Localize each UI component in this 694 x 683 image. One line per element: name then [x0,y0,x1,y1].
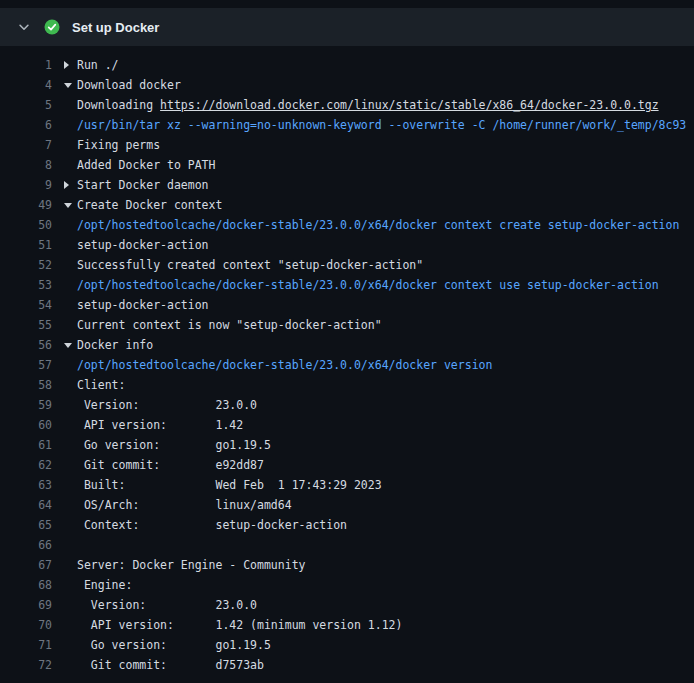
step-title: Set up Docker [72,20,159,35]
log-line-content: Download docker [52,75,694,95]
line-number[interactable]: 53 [0,275,52,295]
log-line: 71 Go version: go1.19.5 [0,635,694,655]
chevron-down-icon[interactable] [64,75,77,95]
chevron-right-icon[interactable] [64,175,77,195]
log-text: API version: 1.42 [77,418,243,432]
line-number[interactable]: 62 [0,455,52,475]
log-line-content: OS/Arch: linux/amd64 [52,495,694,515]
chevron-down-icon[interactable] [64,195,77,215]
line-number[interactable]: 1 [0,55,52,75]
log-line: 69 Version: 23.0.0 [0,595,694,615]
log-line-content: Added Docker to PATH [52,155,694,175]
log-line: 5Downloading https://download.docker.com… [0,95,694,115]
line-number[interactable]: 52 [0,255,52,275]
chevron-right-icon[interactable] [64,55,77,75]
log-line: 67Server: Docker Engine - Community [0,555,694,575]
line-number[interactable]: 49 [0,195,52,215]
log-line-content: Start Docker daemon [52,175,694,195]
line-number[interactable]: 50 [0,215,52,235]
log-group-line[interactable]: 9Start Docker daemon [0,175,694,195]
log-group-line[interactable]: 49Create Docker context [0,195,694,215]
log-line-content: Downloading https://download.docker.com/… [52,95,694,115]
line-number[interactable]: 60 [0,415,52,435]
log-group-line[interactable]: 1Run ./ [0,55,694,75]
log-line-content: Create Docker context [52,195,694,215]
log-text: Server: Docker Engine - Community [77,558,305,572]
chevron-down-icon[interactable] [64,335,77,355]
log-line-content: /opt/hostedtoolcache/docker-stable/23.0.… [52,355,694,375]
log-line: 7Fixing perms [0,135,694,155]
log-lines: 1Run ./4Download docker5Downloading http… [0,46,694,675]
line-number[interactable]: 71 [0,635,52,655]
log-text: Downloading [77,98,160,112]
line-number[interactable]: 58 [0,375,52,395]
log-line: 8Added Docker to PATH [0,155,694,175]
log-line: 6/usr/bin/tar xz --warning=no-unknown-ke… [0,115,694,135]
line-number[interactable]: 67 [0,555,52,575]
log-line-content: Version: 23.0.0 [52,395,694,415]
line-number[interactable]: 8 [0,155,52,175]
log-line-content: Version: 23.0.0 [52,595,694,615]
line-number[interactable]: 64 [0,495,52,515]
line-number[interactable]: 61 [0,435,52,455]
log-text: Git commit: e92dd87 [77,458,264,472]
log-line: 51setup-docker-action [0,235,694,255]
log-command-text: /usr/bin/tar xz --warning=no-unknown-key… [77,118,686,132]
log-line: 70 API version: 1.42 (minimum version 1.… [0,615,694,635]
log-text: Version: 23.0.0 [77,598,257,612]
line-number[interactable]: 6 [0,115,52,135]
line-number[interactable]: 65 [0,515,52,535]
line-number[interactable]: 51 [0,235,52,255]
log-line-content: /opt/hostedtoolcache/docker-stable/23.0.… [52,215,694,235]
log-command-text: /opt/hostedtoolcache/docker-stable/23.0.… [77,218,679,232]
line-number[interactable]: 59 [0,395,52,415]
log-line-content: Engine: [52,575,694,595]
log-line: 72 Git commit: d7573ab [0,655,694,675]
log-line: 52Successfully created context "setup-do… [0,255,694,275]
log-line: 68 Engine: [0,575,694,595]
line-number[interactable]: 4 [0,75,52,95]
log-text: API version: 1.42 (minimum version 1.12) [77,618,402,632]
log-line: 57/opt/hostedtoolcache/docker-stable/23.… [0,355,694,375]
line-number[interactable]: 72 [0,655,52,675]
line-number[interactable]: 69 [0,595,52,615]
log-text: Create Docker context [77,198,222,212]
line-number[interactable]: 7 [0,135,52,155]
log-text: Engine: [77,578,132,592]
chevron-down-icon[interactable] [16,19,32,35]
line-number[interactable]: 9 [0,175,52,195]
log-text: Fixing perms [77,138,160,152]
log-line: 50/opt/hostedtoolcache/docker-stable/23.… [0,215,694,235]
step-header[interactable]: Set up Docker [0,8,694,46]
log-group-line[interactable]: 56Docker info [0,335,694,355]
log-text: Current context is now "setup-docker-act… [77,318,382,332]
log-line-content: Context: setup-docker-action [52,515,694,535]
line-number[interactable]: 54 [0,295,52,315]
log-group-line[interactable]: 4Download docker [0,75,694,95]
log-text: Git commit: d7573ab [77,658,264,672]
log-command-text: /opt/hostedtoolcache/docker-stable/23.0.… [77,358,492,372]
line-number[interactable]: 70 [0,615,52,635]
line-number[interactable]: 5 [0,95,52,115]
log-link[interactable]: https://download.docker.com/linux/static… [160,98,659,112]
log-line-content: Docker info [52,335,694,355]
log-line: 62 Git commit: e92dd87 [0,455,694,475]
line-number[interactable]: 68 [0,575,52,595]
log-text: Start Docker daemon [77,178,209,192]
log-command-text: /opt/hostedtoolcache/docker-stable/23.0.… [77,278,659,292]
log-line: 54setup-docker-action [0,295,694,315]
log-line-content: API version: 1.42 [52,415,694,435]
log-text: Go version: go1.19.5 [77,638,271,652]
log-text: Version: 23.0.0 [77,398,257,412]
log-line-content: Run ./ [52,55,694,75]
line-number[interactable]: 55 [0,315,52,335]
log-text: setup-docker-action [77,238,209,252]
log-text: Added Docker to PATH [77,158,215,172]
log-line: 55Current context is now "setup-docker-a… [0,315,694,335]
line-number[interactable]: 66 [0,535,52,555]
log-line: 61 Go version: go1.19.5 [0,435,694,455]
line-number[interactable]: 63 [0,475,52,495]
log-line: 60 API version: 1.42 [0,415,694,435]
line-number[interactable]: 57 [0,355,52,375]
line-number[interactable]: 56 [0,335,52,355]
